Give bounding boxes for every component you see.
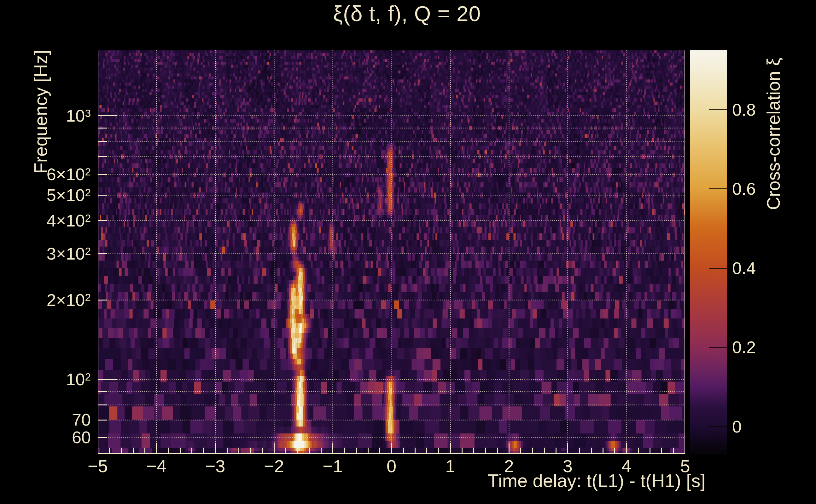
x-tick-label-0: 0 — [387, 457, 396, 475]
plot-title: ξ(δ t, f), Q = 20 — [333, 1, 481, 26]
colorbar-tick-label-0: 0 — [732, 418, 742, 435]
colorbar-tick-label-0.6: 0.6 — [732, 180, 756, 197]
y-tick-label-1000: 103 — [66, 107, 91, 124]
y-axis-title: Frequency [Hz] — [30, 50, 51, 174]
x-tick-label--4: −4 — [146, 457, 166, 475]
x-tick-label--2: −2 — [264, 457, 284, 475]
x-tick-label-5: 5 — [680, 457, 690, 475]
colorbar-tick-0 — [709, 426, 727, 427]
y-tick-label-70: 70 — [72, 411, 91, 428]
y-tick-label-600: 6×102 — [47, 165, 91, 183]
colorbar — [690, 50, 727, 455]
y-tick-label-500: 5×102 — [47, 186, 91, 203]
x-tick-label--5: −5 — [88, 457, 108, 475]
x-tick-label-2: 2 — [504, 457, 514, 475]
colorbar-tick-label-0.2: 0.2 — [732, 339, 756, 356]
colorbar-tick-0.8 — [709, 109, 727, 110]
colorbar-tick-0.6 — [709, 188, 727, 189]
x-tick-label-3: 3 — [563, 457, 572, 475]
y-tick-label-60: 60 — [72, 429, 91, 446]
colorbar-tick-label-0.4: 0.4 — [732, 260, 756, 277]
spectrogram-heatmap — [98, 50, 685, 454]
colorbar-tick-0.2 — [709, 347, 727, 348]
figure: ξ(δ t, f), Q = 20 Frequency [Hz] Time de… — [0, 0, 816, 504]
y-tick-label-300: 3×102 — [47, 245, 91, 262]
y-tick-label-400: 4×102 — [47, 212, 91, 229]
x-tick-label-1: 1 — [445, 457, 455, 475]
y-tick-label-200: 2×102 — [47, 291, 91, 308]
colorbar-tick-0.4 — [709, 268, 727, 269]
x-tick-label--3: −3 — [205, 457, 226, 475]
y-tick-label-100: 102 — [66, 370, 91, 388]
x-tick-label-4: 4 — [622, 457, 631, 475]
colorbar-title: Cross-correlation ξ — [763, 58, 784, 210]
colorbar-tick-label-0.8: 0.8 — [732, 101, 756, 118]
x-tick-label--1: −1 — [323, 457, 343, 475]
x-axis-title: Time delay: t(L1) - t(H1) [s] — [488, 470, 706, 491]
